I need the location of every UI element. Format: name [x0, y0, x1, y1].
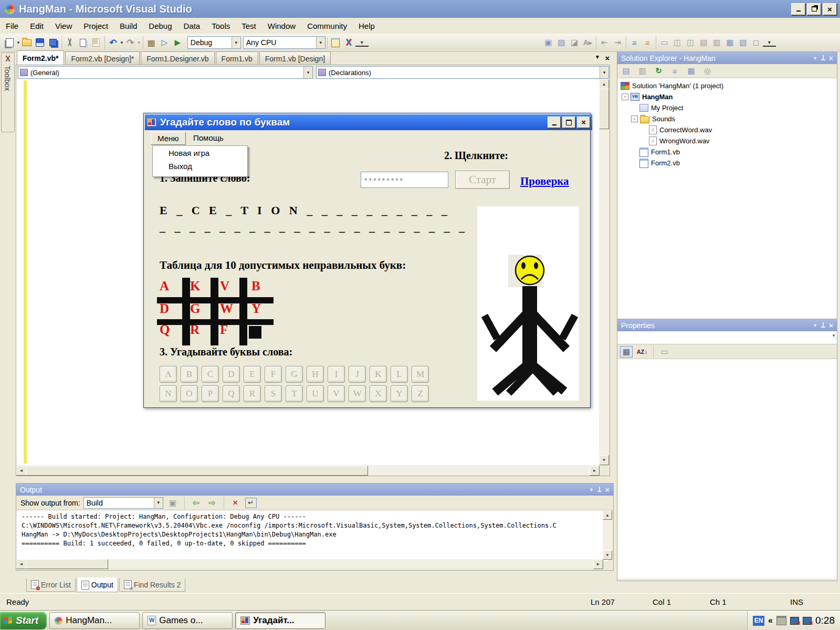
menu-debug[interactable]: Debug [143, 19, 177, 33]
menu-data[interactable]: Data [178, 19, 206, 33]
chevron-down-icon[interactable]: ▼ [316, 37, 325, 48]
word-wrap-toggle-icon[interactable]: ↵ [245, 498, 257, 508]
save-icon[interactable] [34, 36, 47, 49]
panel-menu-chevron-icon[interactable]: ▼ [589, 487, 594, 492]
view-class-diagram-icon[interactable]: ◎ [701, 65, 714, 77]
letter-button-a[interactable]: A [160, 366, 177, 383]
hscroll-thumb[interactable] [26, 559, 108, 569]
pin-icon[interactable] [597, 487, 602, 493]
prev-bookmark-icon[interactable]: ◫ [671, 36, 684, 49]
menu-tools[interactable]: Tools [206, 19, 236, 33]
view-designer-icon[interactable]: ▦ [685, 65, 698, 77]
output-vscrollbar[interactable]: ▲ ▼ [603, 510, 612, 559]
objects-combo[interactable]: (General) ▼ [18, 66, 313, 79]
vscroll-thumb[interactable] [599, 89, 609, 129]
select-pointer-icon[interactable]: ◪ [568, 36, 581, 49]
output-text[interactable]: ------ Build started: Project: HangMan, … [16, 510, 608, 561]
panel-menu-chevron-icon[interactable]: ▼ [813, 56, 817, 61]
tree-item-project[interactable]: - VB HangMan [621, 91, 837, 102]
restore-button[interactable] [807, 3, 821, 15]
chevron-down-icon[interactable]: ▼ [154, 498, 163, 508]
menu-view[interactable]: View [49, 19, 78, 33]
solution-explorer-toolbar-icon[interactable] [329, 36, 342, 49]
editor-hscrollbar[interactable]: ◄ ► [16, 466, 599, 475]
toolbox-tab[interactable]: Toolbox [1, 52, 15, 132]
chevron-down-icon[interactable]: ▼ [303, 67, 312, 78]
show-all-files-icon[interactable]: ▥ [636, 65, 649, 77]
alphabetical-sort-icon[interactable]: AZ↓ [635, 345, 649, 358]
tree-item-wrongword[interactable]: ♪ WrongWord.wav [621, 135, 837, 146]
redo-dropdown-icon[interactable]: ▼ [137, 40, 141, 45]
panel-menu-chevron-icon[interactable]: ▼ [813, 323, 817, 328]
start-debug-icon[interactable]: ▶ [171, 36, 184, 49]
tray-collapse-icon[interactable]: « [768, 616, 773, 625]
start-debug-outline-icon[interactable]: ▷ [158, 36, 171, 49]
prev-bookmark-folder-icon[interactable]: ▤ [697, 36, 710, 49]
letter-button-y[interactable]: Y [391, 385, 408, 402]
bookmark-prev-doc-icon[interactable]: ▦ [723, 36, 737, 49]
new-dropdown-icon[interactable]: ▼ [16, 40, 20, 45]
open-file-icon[interactable] [20, 36, 34, 49]
language-indicator[interactable]: EN [753, 616, 764, 626]
menu-build[interactable]: Build [114, 19, 143, 33]
scroll-right-icon[interactable]: ► [593, 559, 603, 569]
letter-button-b[interactable]: B [181, 366, 198, 383]
scroll-up-icon[interactable]: ▲ [603, 510, 612, 520]
chevron-down-icon[interactable]: ▼ [832, 333, 836, 338]
editor-vscrollbar[interactable]: ▲ ▼ [599, 79, 609, 465]
tree-item-form2[interactable]: Form2.vb [621, 158, 837, 169]
declarations-combo[interactable]: (Declarations) ▼ [316, 66, 609, 79]
panel-close-icon[interactable]: × [829, 321, 833, 330]
properties-tool-icon[interactable]: ▤ [620, 65, 633, 77]
letter-button-h[interactable]: H [307, 366, 324, 383]
network-tray-icon[interactable]: × [803, 617, 812, 625]
tab-form1-designer[interactable]: Form1.Designer.vb [141, 51, 214, 65]
properties-object-combo[interactable]: ▼ [617, 331, 837, 344]
increase-indent-icon[interactable]: ⇥ [611, 36, 624, 49]
copy-icon[interactable] [77, 36, 90, 49]
letter-button-s[interactable]: S [265, 385, 282, 402]
letter-button-r[interactable]: R [244, 385, 261, 402]
letter-button-d[interactable]: D [223, 366, 240, 383]
next-bookmark-icon[interactable]: ◫ [684, 36, 697, 49]
collapse-icon[interactable]: - [631, 116, 638, 122]
solution-platform-combo[interactable]: Any CPU ▼ [243, 36, 326, 49]
letter-button-m[interactable]: M [412, 366, 429, 383]
letter-button-k[interactable]: K [370, 366, 387, 383]
tab-error-list[interactable]: × Error List [26, 579, 76, 592]
tree-item-my-project[interactable]: My Project [621, 102, 837, 113]
letter-button-q[interactable]: Q [223, 385, 240, 402]
tab-form2-design[interactable]: Form2.vb [Design]* [65, 51, 140, 65]
uncomment-icon[interactable]: ≡ [641, 36, 654, 49]
tab-list-chevron-icon[interactable]: ▼ [595, 54, 600, 62]
printer-tray-icon[interactable] [776, 616, 786, 625]
menu-edit[interactable]: Edit [24, 19, 49, 33]
tree-item-sounds[interactable]: - Sounds [621, 113, 837, 124]
tree-item-form1[interactable]: Form1.vb [621, 146, 837, 158]
word-wrap-icon[interactable]: A▸ [581, 36, 594, 49]
solution-config-combo[interactable]: Debug ▼ [187, 36, 241, 49]
network-tray-icon[interactable]: × [790, 617, 799, 625]
letter-button-v[interactable]: V [328, 385, 345, 402]
minimize-button[interactable] [791, 3, 805, 15]
letter-button-u[interactable]: U [307, 385, 324, 402]
collapse-icon[interactable]: - [622, 93, 628, 100]
tree-item-correctword[interactable]: ♪ CorrectWord.wav [621, 124, 837, 135]
start-button[interactable]: Старт [455, 171, 510, 189]
scroll-left-icon[interactable]: ◄ [16, 466, 26, 476]
prev-message-icon[interactable]: ⇦ [190, 497, 203, 509]
properties-grid[interactable] [617, 359, 837, 579]
scroll-down-icon[interactable]: ▼ [603, 550, 612, 560]
task-hangman-vs[interactable]: HangMan... [49, 612, 140, 629]
next-bookmark-folder-icon[interactable]: ▥ [710, 36, 723, 49]
cut-icon[interactable] [64, 36, 77, 49]
letter-button-e[interactable]: E [244, 366, 261, 383]
view-code-icon[interactable]: ≡ [668, 65, 681, 77]
close-document-icon[interactable]: × [605, 54, 610, 62]
game-menu-menu[interactable]: Меню [151, 132, 186, 145]
menu-item-exit[interactable]: Выход [153, 160, 247, 173]
start-button[interactable]: Start [0, 612, 47, 629]
hscroll-thumb[interactable] [26, 466, 368, 476]
paste-icon[interactable] [90, 36, 103, 49]
game-close-button[interactable]: × [577, 117, 590, 128]
